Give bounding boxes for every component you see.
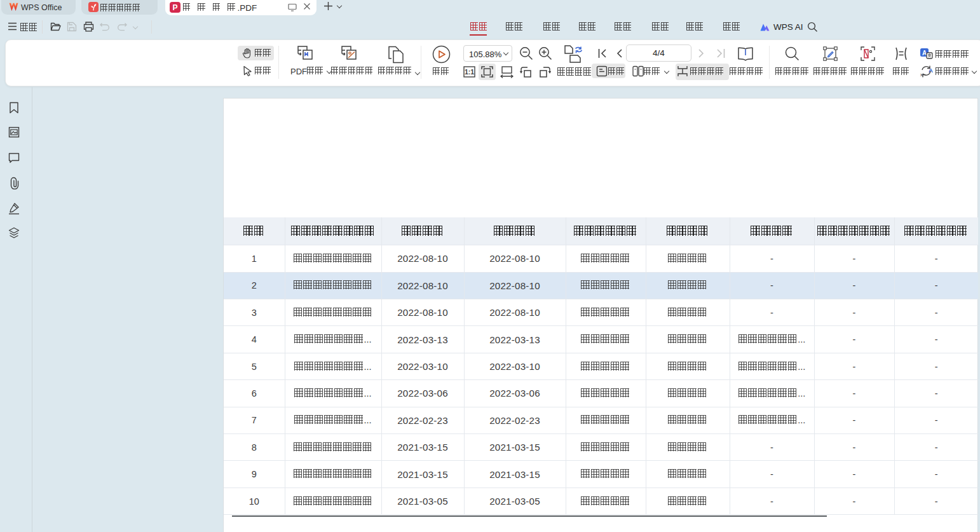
svg-text:A: A [929,67,933,74]
svg-text:1:1: 1:1 [465,68,474,76]
svg-text:x: x [920,72,923,78]
svg-text:A: A [922,50,927,57]
svg-text:P: P [172,3,177,12]
